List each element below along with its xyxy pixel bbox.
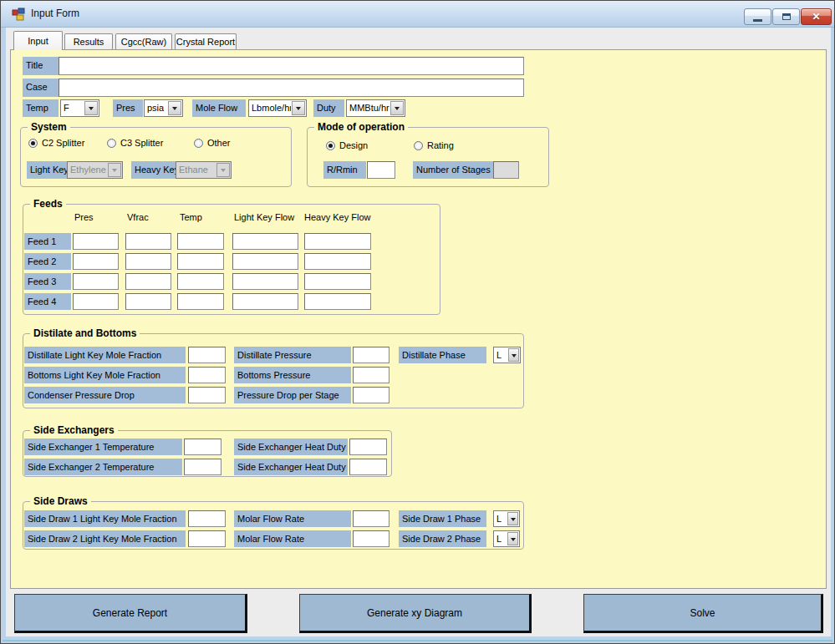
- r-rmin-input[interactable]: [367, 161, 395, 179]
- feed-1-light-key-flow-input[interactable]: [232, 233, 298, 250]
- feeds-group-title: Feeds: [30, 198, 66, 210]
- feed-2-vfrac-input[interactable]: [125, 253, 171, 270]
- radio-icon: [326, 141, 335, 150]
- feed-3-vfrac-input[interactable]: [125, 273, 171, 290]
- side-draw-2-lk-input[interactable]: [188, 530, 226, 547]
- r-rmin-label: R/Rmin: [323, 161, 366, 179]
- case-input[interactable]: [59, 79, 524, 97]
- distillate-lk-input[interactable]: [188, 347, 226, 363]
- side-draw-1-lk-input[interactable]: [188, 510, 226, 527]
- side-draw-2-phase-label: Side Draw 2 Phase: [399, 530, 486, 547]
- feed-4-label: Feed 4: [24, 293, 71, 310]
- chevron-down-icon: [508, 348, 519, 362]
- maximize-icon: [782, 13, 791, 20]
- mole-flow-unit-select[interactable]: Lbmole/hr: [248, 99, 307, 117]
- side-draw-1-phase-label: Side Draw 1 Phase: [399, 510, 486, 527]
- generate-xy-diagram-button[interactable]: Generate xy Diagram: [299, 594, 532, 633]
- radio-rating[interactable]: Rating: [414, 140, 454, 150]
- feeds-col-temp: Temp: [180, 212, 202, 222]
- pres-unit-select[interactable]: psia: [144, 99, 183, 117]
- bottoms-pressure-input[interactable]: [353, 367, 389, 383]
- radio-c3-splitter[interactable]: C3 Splitter: [107, 138, 163, 148]
- feed-4-pres-input[interactable]: [73, 293, 119, 310]
- side-draw-2-phase-select[interactable]: L: [493, 530, 520, 547]
- side-exchanger-2-heat-duty-input[interactable]: [349, 459, 387, 475]
- feed-2-heavy-key-flow-input[interactable]: [304, 253, 371, 270]
- side-exchangers-group-title: Side Exchangers: [30, 424, 118, 436]
- maximize-button[interactable]: [772, 8, 800, 25]
- feed-3-temp-input[interactable]: [177, 273, 224, 290]
- side-draw-1-flow-label: Molar Flow Rate: [234, 510, 351, 527]
- side-exchanger-1-temperature-input[interactable]: [184, 439, 221, 455]
- number-of-stages-label: Number of Stages: [413, 161, 493, 179]
- feed-4-light-key-flow-input[interactable]: [232, 293, 298, 310]
- condenser-pressure-drop-label: Condenser Pressure Drop: [24, 387, 186, 403]
- tab-crystal-report[interactable]: Crystal Report: [175, 33, 237, 49]
- feed-1-pres-input[interactable]: [73, 233, 119, 250]
- light-key-select[interactable]: Ethylene: [67, 161, 123, 179]
- radio-icon: [414, 141, 423, 150]
- title-label: Title: [23, 57, 59, 75]
- chevron-down-icon: [507, 532, 518, 545]
- side-exchanger-1-heat-duty-input[interactable]: [349, 439, 387, 455]
- side-draw-1-phase-select[interactable]: L: [493, 510, 520, 527]
- tab-cgcc-raw[interactable]: Cgcc(Raw): [115, 33, 172, 49]
- temp-unit-label: Temp: [23, 99, 59, 117]
- form-client-area: Input Results Cgcc(Raw) Crystal Report T…: [6, 28, 831, 636]
- system-group-title: System: [28, 121, 70, 133]
- bottoms-pressure-label: Bottoms Pressure: [234, 367, 351, 383]
- generate-report-button[interactable]: Generate Report: [14, 594, 247, 633]
- feed-1-vfrac-input[interactable]: [125, 233, 171, 250]
- duty-unit-select[interactable]: MMBtu/hr: [346, 99, 405, 117]
- heavy-key-select[interactable]: Ethane: [176, 161, 232, 179]
- number-of-stages-input[interactable]: [493, 161, 519, 179]
- feed-4-temp-input[interactable]: [177, 293, 224, 310]
- side-exchanger-2-temperature-label: Side Exchanger 2 Temperature: [24, 459, 182, 475]
- mode-group-title: Mode of operation: [314, 121, 408, 133]
- pressure-drop-per-stage-input[interactable]: [353, 387, 389, 403]
- tab-input[interactable]: Input: [13, 31, 63, 50]
- feed-1-heavy-key-flow-input[interactable]: [304, 233, 371, 250]
- feed-3-light-key-flow-input[interactable]: [232, 273, 298, 290]
- bottoms-lk-input[interactable]: [188, 367, 226, 383]
- radio-other[interactable]: Other: [194, 138, 231, 148]
- distillate-pressure-input[interactable]: [353, 347, 389, 363]
- titlebar: Input Form ✕: [1, 1, 834, 28]
- minimize-button[interactable]: [744, 8, 771, 25]
- chevron-down-icon: [216, 163, 230, 177]
- side-draws-group-title: Side Draws: [30, 495, 91, 507]
- side-exchanger-1-temperature-label: Side Exchanger 1 Temperature: [24, 439, 182, 455]
- heavy-key-label: Heavy Key: [131, 161, 176, 179]
- side-exchanger-2-temperature-input[interactable]: [184, 459, 221, 475]
- minimize-icon: [753, 19, 762, 22]
- title-input[interactable]: [59, 57, 524, 75]
- feed-4-heavy-key-flow-input[interactable]: [304, 293, 371, 310]
- temp-unit-select[interactable]: F: [60, 99, 99, 117]
- feed-4-vfrac-input[interactable]: [125, 293, 171, 310]
- side-draw-2-lk-label: Side Draw 2 Light Key Mole Fraction: [24, 530, 186, 547]
- window-title: Input Form: [31, 8, 79, 19]
- distillate-pressure-label: Distillate Pressure: [234, 347, 351, 363]
- feed-2-temp-input[interactable]: [177, 253, 224, 270]
- close-button[interactable]: ✕: [801, 8, 832, 25]
- chevron-down-icon: [390, 101, 404, 115]
- radio-c2-splitter[interactable]: C2 Splitter: [28, 138, 84, 148]
- side-draw-1-lk-label: Side Draw 1 Light Key Mole Fraction: [24, 510, 186, 527]
- feed-2-label: Feed 2: [24, 253, 71, 270]
- feed-3-heavy-key-flow-input[interactable]: [304, 273, 371, 290]
- tab-results[interactable]: Results: [64, 33, 113, 49]
- feed-1-temp-input[interactable]: [177, 233, 224, 250]
- distillate-bottoms-group-title: Distilate and Bottoms: [30, 327, 140, 339]
- radio-design[interactable]: Design: [326, 140, 368, 150]
- solve-button[interactable]: Solve: [583, 594, 823, 633]
- distillate-phase-select[interactable]: L: [493, 347, 521, 363]
- feeds-col-pres: Pres: [74, 212, 94, 222]
- condenser-pressure-drop-input[interactable]: [188, 387, 226, 403]
- feed-2-light-key-flow-input[interactable]: [232, 253, 298, 270]
- side-draw-1-flow-input[interactable]: [353, 510, 389, 527]
- feed-3-pres-input[interactable]: [73, 273, 119, 290]
- side-draw-2-flow-input[interactable]: [353, 530, 389, 547]
- feed-2-pres-input[interactable]: [73, 253, 119, 270]
- input-tab-page: Title Case Temp F Pres psia Mole Flow Lb…: [10, 49, 827, 589]
- light-key-label: Light Key: [27, 161, 67, 179]
